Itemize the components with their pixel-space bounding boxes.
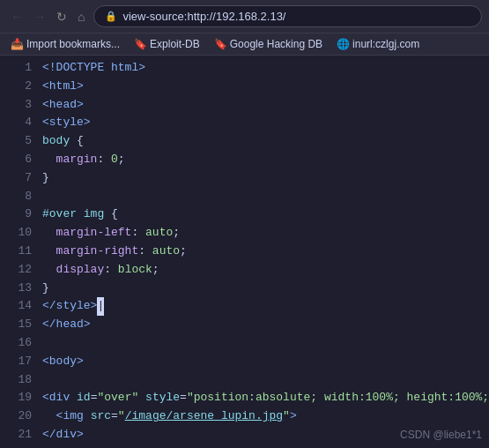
source-container: 1<!DOCTYPE html>2<html>3<head>4<style>5b… <box>0 56 489 448</box>
code-line: 9#over img { <box>0 205 489 224</box>
line-content: } <box>42 169 482 188</box>
refresh-button[interactable]: ↻ <box>53 8 70 26</box>
line-number: 2 <box>7 78 32 96</box>
line-number: 14 <box>7 297 32 316</box>
code-line: 14</style>| <box>0 297 489 316</box>
line-content: <html> <box>42 78 482 96</box>
code-line: 12 display: block; <box>0 261 489 280</box>
code-line: 3<head> <box>0 96 489 115</box>
line-content: <img src="/image/arsene_lupin.jpg"> <box>42 407 482 426</box>
line-number: 9 <box>7 205 32 224</box>
line-number: 7 <box>7 169 32 188</box>
line-number: 18 <box>7 371 32 390</box>
line-number: 12 <box>7 261 32 280</box>
browser-toolbar: ← → ↻ ⌂ 🔒 view-source:http://192.168.2.1… <box>0 0 489 34</box>
line-content: </style>| <box>42 297 482 316</box>
bookmark-import[interactable]: 📥 Import bookmarks... <box>7 37 123 51</box>
line-content: #over img { <box>42 205 482 224</box>
code-line: 2<html> <box>0 78 489 96</box>
line-content: } <box>42 280 482 298</box>
line-number: 10 <box>7 224 32 243</box>
bookmark-inurl-label: inurl:czlgj.com <box>352 38 419 50</box>
line-number: 8 <box>7 188 32 206</box>
bookmark-ghdb-label: Google Hacking DB <box>230 38 322 50</box>
bookmark-inurl-icon: 🌐 <box>337 38 350 50</box>
home-button[interactable]: ⌂ <box>74 8 88 26</box>
address-bar[interactable]: 🔒 view-source:http://192.168.2.13/ <box>93 5 482 27</box>
line-content: </head> <box>42 316 482 334</box>
code-line: 10 margin-left: auto; <box>0 224 489 243</box>
csdn-watermark: CSDN @liebe1*1 <box>400 429 482 441</box>
line-number: 13 <box>7 280 32 298</box>
nav-buttons: ← → ↻ ⌂ <box>7 8 88 26</box>
line-content: display: block; <box>42 261 482 280</box>
line-content: <style> <box>42 114 482 132</box>
bookmark-ghdb-icon: 🔖 <box>214 38 227 50</box>
line-number: 20 <box>7 407 32 426</box>
code-line: 5body { <box>0 132 489 151</box>
code-line: 15</head> <box>0 316 489 334</box>
bookmark-inurl[interactable]: 🌐 inurl:czlgj.com <box>333 37 423 51</box>
line-number: 15 <box>7 316 32 334</box>
code-line: 7} <box>0 169 489 188</box>
line-content: <body> <box>42 353 482 371</box>
line-content: <div id="over" style="position:absolute;… <box>42 389 489 407</box>
line-number: 17 <box>7 353 32 371</box>
code-line: 11 margin-right: auto; <box>0 243 489 261</box>
code-line: 20 <img src="/image/arsene_lupin.jpg"> <box>0 407 489 426</box>
code-line: 22 <box>0 444 489 448</box>
line-content: body { <box>42 132 482 151</box>
url-text: view-source:http://192.168.2.13/ <box>122 10 285 23</box>
line-content: margin-right: auto; <box>42 243 482 261</box>
line-number: 11 <box>7 243 32 261</box>
bookmark-exploitdb-icon: 🔖 <box>134 38 147 50</box>
bookmark-exploitdb-label: Exploit-DB <box>150 38 200 50</box>
line-number: 19 <box>7 389 32 407</box>
back-button[interactable]: ← <box>7 8 26 26</box>
code-line: 8 <box>0 188 489 206</box>
line-number: 6 <box>7 151 32 169</box>
forward-button[interactable]: → <box>30 8 49 26</box>
bookmark-exploitdb[interactable]: 🔖 Exploit-DB <box>130 37 204 51</box>
line-content: margin: 0; <box>42 151 482 169</box>
code-line: 16 <box>0 334 489 353</box>
line-number: 3 <box>7 96 32 115</box>
line-number: 4 <box>7 114 32 132</box>
code-line: 18 <box>0 371 489 390</box>
line-number: 22 <box>7 444 32 448</box>
bookmark-import-icon: 📥 <box>11 38 24 50</box>
bookmarks-bar: 📥 Import bookmarks... 🔖 Exploit-DB 🔖 Goo… <box>0 34 489 56</box>
line-content: <head> <box>42 96 482 115</box>
code-line: 1<!DOCTYPE html> <box>0 59 489 78</box>
line-number: 1 <box>7 59 32 78</box>
bookmark-import-label: Import bookmarks... <box>26 38 120 50</box>
lock-icon: 🔒 <box>105 11 117 22</box>
code-line: 6 margin: 0; <box>0 151 489 169</box>
code-line: 17<body> <box>0 353 489 371</box>
line-number: 16 <box>7 334 32 353</box>
line-number: 21 <box>7 426 32 444</box>
line-content: <!DOCTYPE html> <box>42 59 482 78</box>
bookmark-ghdb[interactable]: 🔖 Google Hacking DB <box>211 37 326 51</box>
line-number: 5 <box>7 132 32 151</box>
source-view[interactable]: 1<!DOCTYPE html>2<html>3<head>4<style>5b… <box>0 56 489 448</box>
line-content: margin-left: auto; <box>42 224 482 243</box>
code-line: 19<div id="over" style="position:absolut… <box>0 389 489 407</box>
code-line: 4<style> <box>0 114 489 132</box>
code-line: 13} <box>0 280 489 298</box>
